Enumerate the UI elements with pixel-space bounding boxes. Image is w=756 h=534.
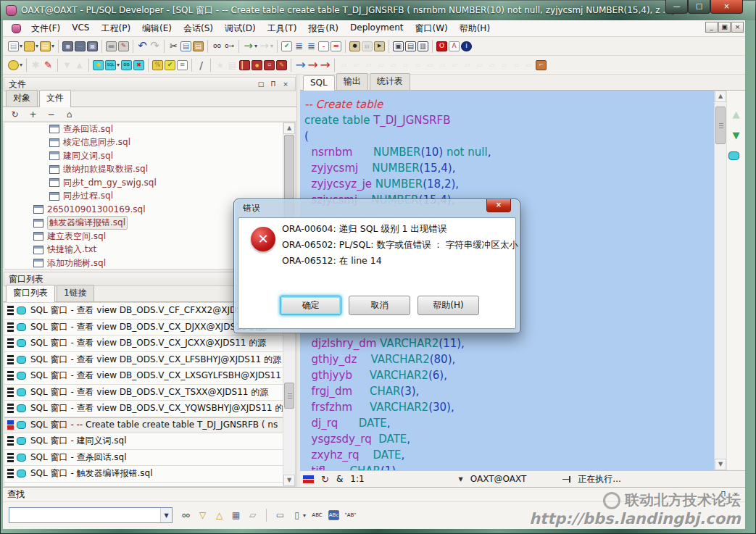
new-session-button[interactable]: ● — [92, 57, 104, 73]
save-all-button[interactable]: ▣ — [86, 38, 99, 54]
window-list-item[interactable]: SQL 窗口 - 查看 view DB_ODS.V_CX_YQWSBHYJ@XJ… — [4, 401, 295, 417]
save-as-button[interactable]: … — [74, 38, 86, 54]
find-in-selection-button[interactable]: ▦ — [230, 507, 242, 523]
window-list-item[interactable]: SQL 窗口 - 查杀回话.sql — [4, 450, 295, 467]
menu-item[interactable]: 调试(D) — [219, 21, 262, 36]
menu-item[interactable]: 工具(T) — [262, 21, 303, 36]
about-info-button[interactable]: i — [460, 38, 473, 54]
add-item-button[interactable]: + — [27, 107, 39, 122]
menu-item[interactable]: 窗口(W) — [409, 21, 453, 36]
menu-item[interactable]: 工程(P) — [95, 21, 136, 36]
panel-maximize-icon[interactable]: □ — [256, 80, 266, 89]
rollback-button[interactable]: ✎ — [42, 57, 54, 73]
tab-links[interactable]: 1链接 — [57, 285, 94, 301]
session-information-button[interactable]: ⌐ — [535, 57, 547, 73]
macro-play-button[interactable]: ▶ — [373, 38, 386, 54]
panel-close-icon[interactable]: × — [281, 80, 291, 89]
tools-button[interactable]: / — [195, 57, 207, 73]
scroll-up-icon[interactable]: ▲ — [283, 122, 295, 134]
file-tree-item[interactable]: 缴纳扣款提取数据.sql — [4, 163, 295, 177]
remove-item-button[interactable]: − — [45, 107, 57, 122]
eraser-button[interactable]: ▱ — [246, 507, 259, 523]
tab-window-list[interactable]: 窗口列表 — [6, 285, 55, 302]
scroll-next-statement-icon[interactable]: ▼ — [733, 130, 740, 140]
find-in-files-button[interactable]: ▯▾ — [291, 507, 307, 523]
print-setup-button[interactable]: ✎ — [117, 38, 130, 54]
find-pin-icon[interactable]: Π — [718, 490, 728, 499]
log-on-button[interactable]: ▾ — [7, 57, 23, 73]
tab-sql[interactable]: SQL — [303, 75, 335, 91]
scroll-prev-statement-icon[interactable]: ▲ — [733, 109, 740, 119]
find-input[interactable]: ▼ — [9, 507, 173, 523]
pdf-button[interactable]: A — [448, 38, 460, 54]
scroll-down-icon[interactable]: ▼ — [283, 475, 295, 486]
mdi-minimize-button[interactable]: _ — [705, 22, 718, 33]
paste-button[interactable]: ▤ — [192, 38, 204, 54]
print-button[interactable]: ▬ — [105, 38, 117, 54]
window-list-item[interactable]: SQL 窗口 - 查看 view DB_ODS.V_CX_LXSGYLFSBH@… — [4, 368, 295, 385]
comment-button[interactable]: - — [317, 38, 330, 54]
add-file-button[interactable]: ▤▾ — [39, 38, 55, 54]
indent-button[interactable]: ≣ — [293, 38, 305, 54]
oracle-home-button[interactable]: O — [436, 38, 448, 54]
menu-item[interactable]: 编辑(E) — [136, 21, 178, 36]
dialog-close-button[interactable]: × — [486, 199, 511, 212]
refresh-button[interactable]: ↻ — [9, 107, 21, 122]
window-list-item[interactable]: SQL 窗口 - -- Create table create table T_… — [4, 417, 295, 434]
set-bookmark-button[interactable]: ● — [251, 57, 263, 73]
execute-current-button[interactable]: → — [307, 57, 319, 73]
scroll-up-icon[interactable]: ▲ — [715, 91, 726, 102]
minimize-button[interactable]: — — [665, 0, 688, 14]
editor-scrollbar[interactable]: ▲ ▼ — [714, 91, 726, 470]
find-database-objects-button[interactable]: oo — [120, 57, 133, 73]
file-tree-item[interactable]: 同步t_dm_gy_swjg.sql — [4, 176, 295, 190]
file-tree-item[interactable]: 核定信息同步.sql — [4, 136, 295, 150]
tab-output[interactable]: 输出 — [336, 73, 368, 90]
macro-record-button[interactable]: ● — [349, 38, 361, 54]
menu-item[interactable]: 会话(S) — [178, 21, 219, 36]
window-list-item[interactable]: SQL 窗口 - 触发器编译报错.sql — [4, 466, 295, 483]
execute-button[interactable]: → — [294, 57, 307, 73]
database-icon[interactable] — [728, 151, 739, 160]
menu-item[interactable]: VCS — [66, 21, 95, 36]
cut-button[interactable]: ✂ — [167, 38, 180, 54]
tile-horizontal-button[interactable]: ▤ — [404, 38, 417, 54]
find-go-button[interactable]: oo — [180, 507, 192, 523]
find-next-button[interactable]: o→ — [223, 38, 236, 54]
window-list-item[interactable]: SQL 窗口 - 查看 view DB_ODS.V_CX_LFSBHYJ@XJD… — [4, 352, 295, 369]
help-button[interactable]: 帮助(H) — [418, 296, 479, 315]
find-button[interactable]: oo — [211, 38, 223, 54]
cascade-windows-button[interactable]: ▣ — [392, 38, 404, 54]
scrollbar-thumb[interactable] — [715, 107, 726, 144]
mdi-restore-button[interactable]: ▣ — [718, 22, 731, 33]
menu-item[interactable]: Deployment — [344, 21, 409, 36]
outdent-button[interactable]: ≣ — [305, 38, 317, 54]
save-button[interactable]: ▪ — [62, 38, 74, 54]
new-sql-window-button[interactable]: SQL▾ — [104, 57, 120, 73]
mdi-close-button[interactable]: × — [731, 22, 744, 33]
goto-bookmark-button[interactable]: ▫ — [263, 57, 275, 73]
whole-word-button[interactable]: ABC — [311, 507, 323, 523]
scroll-down-icon[interactable]: ▼ — [715, 459, 726, 470]
combo-dropdown-icon[interactable]: ▼ — [160, 508, 172, 522]
menu-item[interactable]: 报告(R) — [302, 21, 344, 36]
window-list-item[interactable]: SQL 窗口 - 查看 view DB_ODS.V_CX_TSXX@XJDS11… — [4, 385, 295, 401]
cancel-button[interactable]: 取消 — [349, 296, 410, 315]
panel-pin-icon[interactable]: Π — [268, 80, 278, 89]
to-do-items-button[interactable]: ✔ — [164, 57, 176, 73]
exact-phrase-button[interactable]: "AB" — [344, 507, 357, 523]
bookmark-list-button[interactable]: ▏ — [238, 57, 251, 73]
titlebar[interactable]: OAXT@OAXT - PL/SQL Developer - [SQL 窗口 -… — [0, 0, 756, 20]
menu-item[interactable]: 帮助(H) — [454, 21, 496, 36]
find-up-button[interactable]: △ — [213, 507, 225, 523]
find-options-button[interactable]: ▭ — [274, 507, 286, 523]
import-button[interactable]: →▾ — [242, 38, 258, 54]
reports-button[interactable]: ≡ — [176, 57, 188, 73]
file-tree-item[interactable]: 建同义词.sql — [4, 149, 295, 163]
tab-statistics[interactable]: 统计表 — [370, 73, 410, 90]
window-list-item[interactable]: SQL 窗口 - 建同义词.sql — [4, 433, 295, 450]
tile-vertical-button[interactable]: ▥ — [417, 38, 429, 54]
window-list-item[interactable]: SQL 窗口 - 查看 view DB_ODS.V_CX_JCXX@XJDS11… — [4, 335, 295, 352]
undo-button[interactable]: ↶ — [136, 38, 149, 54]
maximize-button[interactable]: □ — [688, 0, 710, 14]
